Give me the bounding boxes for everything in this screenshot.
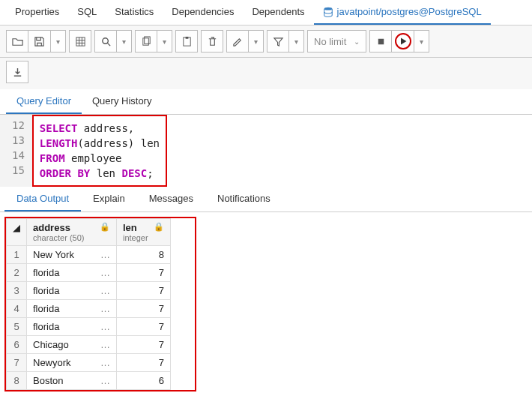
cell-address[interactable]: Newyork…: [27, 354, 117, 372]
svg-rect-7: [378, 38, 384, 44]
run-button[interactable]: [392, 30, 414, 52]
tab-properties[interactable]: Properties: [6, 0, 68, 25]
row-number[interactable]: 3: [7, 282, 27, 300]
tab-statistics[interactable]: Statistics: [106, 0, 163, 25]
result-grid-wrap: ◢ 🔒 address character (50) 🔒 len integer…: [4, 217, 196, 392]
cell-len[interactable]: 7: [117, 336, 171, 354]
row-number[interactable]: 1: [7, 246, 27, 264]
grid-corner[interactable]: ◢: [7, 219, 27, 246]
copy-dropdown[interactable]: ▾: [157, 30, 172, 52]
table-row[interactable]: 2florida…7: [7, 264, 171, 282]
row-number[interactable]: 7: [7, 354, 27, 372]
chevron-down-icon: ⌄: [354, 38, 360, 46]
cell-address[interactable]: florida…: [27, 300, 117, 318]
cell-len[interactable]: 7: [117, 300, 171, 318]
search-button[interactable]: [94, 30, 117, 52]
save-dropdown[interactable]: ▾: [51, 30, 66, 52]
cell-len[interactable]: 7: [117, 354, 171, 372]
cell-address[interactable]: florida…: [27, 282, 117, 300]
save-button[interactable]: [28, 30, 51, 52]
stop-button[interactable]: [369, 30, 392, 52]
cell-len[interactable]: 8: [117, 246, 171, 264]
row-number[interactable]: 2: [7, 264, 27, 282]
cell-len[interactable]: 7: [117, 264, 171, 282]
database-icon: [323, 7, 333, 17]
paste-button[interactable]: [175, 30, 198, 52]
toolbar-row2: [0, 58, 532, 89]
tab-dependencies[interactable]: Dependencies: [163, 0, 243, 25]
col-header-len[interactable]: 🔒 len integer: [117, 219, 171, 246]
tab-query-editor[interactable]: Query Editor: [6, 89, 82, 114]
sql-editor[interactable]: 12131415 SELECT address,LENGTH(address) …: [0, 115, 532, 187]
result-tabs: Data Output Explain Messages Notificatio…: [0, 187, 532, 212]
cell-address[interactable]: New York…: [27, 246, 117, 264]
col-header-address[interactable]: 🔒 address character (50): [27, 219, 117, 246]
edit-dropdown[interactable]: ▾: [249, 30, 264, 52]
tab-dependents[interactable]: Dependents: [243, 0, 313, 25]
limit-label: No limit: [314, 36, 346, 47]
tab-explain[interactable]: Explain: [81, 187, 137, 212]
editor-tabs: Query Editor Query History: [0, 89, 532, 115]
row-number[interactable]: 5: [7, 318, 27, 336]
row-number[interactable]: 6: [7, 336, 27, 354]
row-number[interactable]: 8: [7, 372, 27, 390]
row-number[interactable]: 4: [7, 300, 27, 318]
cell-address[interactable]: Chicago…: [27, 336, 117, 354]
tab-notifications[interactable]: Notifications: [205, 187, 282, 212]
tab-query-history[interactable]: Query History: [82, 89, 162, 114]
tab-messages[interactable]: Messages: [137, 187, 205, 212]
open-file-button[interactable]: [6, 30, 28, 52]
cell-address[interactable]: florida…: [27, 318, 117, 336]
limit-select[interactable]: No limit ⌄: [307, 30, 366, 52]
download-button[interactable]: [6, 61, 28, 83]
table-row[interactable]: 6Chicago…7: [7, 336, 171, 354]
table-row[interactable]: 3florida…7: [7, 282, 171, 300]
cell-len[interactable]: 7: [117, 318, 171, 336]
svg-rect-6: [185, 36, 188, 38]
sql-code[interactable]: SELECT address,LENGTH(address) lenFROM e…: [34, 118, 166, 184]
top-tabs: Properties SQL Statistics Dependencies D…: [0, 0, 532, 26]
lock-icon: 🔒: [100, 222, 110, 232]
edit-button[interactable]: [226, 30, 249, 52]
cell-len[interactable]: 7: [117, 282, 171, 300]
table-row[interactable]: 4florida…7: [7, 300, 171, 318]
table-row[interactable]: 8Boston…6: [7, 372, 171, 390]
table-button[interactable]: [69, 30, 91, 52]
table-row[interactable]: 1New York…8: [7, 246, 171, 264]
cell-address[interactable]: Boston…: [27, 372, 117, 390]
table-row[interactable]: 7Newyork…7: [7, 354, 171, 372]
toolbar: ▾ ▾ ▾ ▾ ▾ No limit ⌄ ▾: [0, 26, 532, 58]
tab-connection-label: javatpoint/postgres@PostgreSQL: [337, 6, 482, 17]
tab-sql[interactable]: SQL: [68, 0, 106, 25]
line-gutter: 12131415: [0, 115, 32, 187]
tab-data-output[interactable]: Data Output: [4, 187, 81, 212]
filter-dropdown[interactable]: ▾: [289, 30, 304, 52]
svg-point-2: [102, 38, 108, 44]
svg-point-0: [324, 7, 332, 10]
copy-button[interactable]: [135, 30, 157, 52]
search-dropdown[interactable]: ▾: [117, 30, 132, 52]
run-dropdown[interactable]: ▾: [414, 30, 429, 52]
delete-button[interactable]: [201, 30, 223, 52]
lock-icon: 🔒: [154, 222, 164, 232]
table-row[interactable]: 5florida…7: [7, 318, 171, 336]
cell-len[interactable]: 6: [117, 372, 171, 390]
result-grid[interactable]: ◢ 🔒 address character (50) 🔒 len integer…: [6, 218, 171, 390]
filter-button[interactable]: [267, 30, 289, 52]
tab-connection[interactable]: javatpoint/postgres@PostgreSQL: [314, 0, 491, 25]
svg-rect-1: [76, 37, 84, 45]
cell-address[interactable]: florida…: [27, 264, 117, 282]
